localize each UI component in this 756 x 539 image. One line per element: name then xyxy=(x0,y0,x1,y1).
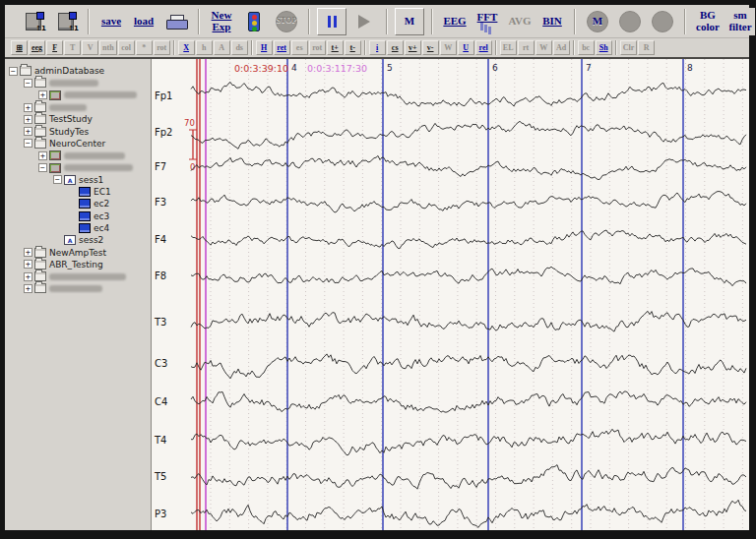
channel-label-F3: F3 xyxy=(155,197,166,208)
tool-rt-31-button[interactable]: rt xyxy=(518,40,535,55)
stop-button[interactable]: STOP xyxy=(272,8,301,35)
tool-EL-30-button[interactable]: EL xyxy=(500,40,517,55)
door-left-icon: ↑1 xyxy=(26,13,41,30)
tree-expander[interactable]: − xyxy=(38,163,47,172)
tool-h-11-button[interactable]: h xyxy=(196,40,213,55)
toolbar-secondary: ⊞eegFTVnthcol*rotXhAdsHretesrott+t-icsv+… xyxy=(5,38,749,59)
tree-expander[interactable]: + xyxy=(24,127,32,136)
tool-col-6-button[interactable]: col xyxy=(118,40,135,55)
tree-expander[interactable]: + xyxy=(24,103,32,112)
tree-expander[interactable]: + xyxy=(38,151,47,160)
tree-item-redacted[interactable]: − xyxy=(9,77,151,89)
tree-item-redacted[interactable]: + xyxy=(9,101,151,113)
tree-item-label-redacted xyxy=(49,104,87,111)
tree-item-label: sess1 xyxy=(79,175,103,185)
tool-bc-35-button[interactable]: bc xyxy=(578,40,595,55)
tree-expander[interactable]: − xyxy=(24,139,32,148)
tree-item-ec1[interactable]: +EC1 xyxy=(9,186,151,198)
bg-color-button[interactable]: BG color xyxy=(693,8,723,35)
tool-Ad-33-button[interactable]: Ad xyxy=(553,40,570,55)
tool-v-25-button[interactable]: v- xyxy=(422,40,439,55)
channel-right-button[interactable]: ↑1 xyxy=(51,8,81,35)
tool-nth-5-button[interactable]: nth xyxy=(99,40,117,55)
tree-expander[interactable]: + xyxy=(24,272,32,281)
tool-t-20-button[interactable]: t- xyxy=(345,40,361,55)
play-button[interactable] xyxy=(349,8,379,35)
tree-expander[interactable]: + xyxy=(24,248,32,257)
eeg-trace-panel[interactable]: 456780:0:3:39:100:0:3:117:30700Fp1Fp2F7F… xyxy=(152,59,749,530)
traffic-light-button[interactable] xyxy=(239,8,269,35)
tool-rel-28-button[interactable]: rel xyxy=(475,40,492,55)
tree-item-abr_testing[interactable]: +ABR_Testing xyxy=(9,259,151,270)
tool--7-button[interactable]: * xyxy=(136,40,153,55)
avg-mode-button[interactable]: AVG xyxy=(505,8,535,35)
tool-H-15-button[interactable]: H xyxy=(256,40,273,55)
tree-expander[interactable]: + xyxy=(38,90,47,99)
load-button[interactable]: load xyxy=(129,8,158,35)
marker-m-button[interactable]: M xyxy=(583,8,612,35)
tree-item-sess1[interactable]: −Asess1 xyxy=(9,174,151,186)
tool--0-button[interactable]: ⊞ xyxy=(11,40,28,55)
tree-item-admindatabase[interactable]: −adminDatabase xyxy=(9,65,151,77)
toolbar-main: ↑1↑1saveloadNew ExpSTOPMEEGFFTAVGBINMBG … xyxy=(5,5,749,38)
tool-A-12-button[interactable]: A xyxy=(214,40,230,55)
pause-button[interactable] xyxy=(317,8,346,35)
tree-expander[interactable]: − xyxy=(24,79,32,88)
tree-expander[interactable]: + xyxy=(24,284,32,293)
tree-expander[interactable]: − xyxy=(9,67,18,76)
tool-i-22-button[interactable]: i xyxy=(369,40,386,55)
tree-item-teststudy[interactable]: +TestStudy xyxy=(9,113,151,125)
tree-item-redacted[interactable]: − xyxy=(9,161,151,173)
tool-rot-18-button[interactable]: rot xyxy=(309,40,326,55)
new-exp-button[interactable]: New Exp xyxy=(207,8,236,35)
folder-icon xyxy=(34,127,46,137)
tool-Sh-36-button[interactable]: Sh xyxy=(596,40,612,55)
tree-item-ec4[interactable]: +ec4 xyxy=(9,222,151,234)
tool-eeg-1-button[interactable]: eeg xyxy=(29,40,45,55)
save-button[interactable]: save xyxy=(96,8,126,35)
tool-U-27-button[interactable]: U xyxy=(458,40,474,55)
tool-T-3-button[interactable]: T xyxy=(64,40,81,55)
tree-item-label-redacted xyxy=(64,164,133,171)
tool-W-26-button[interactable]: W xyxy=(440,40,457,55)
eeg-mode-button[interactable]: EEG xyxy=(440,8,470,35)
tree-expander[interactable]: + xyxy=(24,260,32,269)
tool-rot-8-button[interactable]: rot xyxy=(154,40,170,55)
tool-W-32-button[interactable]: W xyxy=(536,40,552,55)
traffic-light-icon xyxy=(248,12,260,31)
tree-item-redacted[interactable]: + xyxy=(9,270,151,282)
toolbar-separator xyxy=(431,9,433,34)
tree-item-studytes[interactable]: +StudyTes xyxy=(9,125,151,137)
print-button[interactable] xyxy=(161,8,191,35)
fft-mode-button[interactable]: FFT xyxy=(472,8,502,35)
tree-item-redacted[interactable]: + xyxy=(9,90,151,101)
channel-left-button[interactable]: ↑1 xyxy=(19,8,48,35)
tool-t-19-button[interactable]: t+ xyxy=(327,40,344,55)
tree-item-sess2[interactable]: +Asess2 xyxy=(9,234,151,246)
tree-expander[interactable]: + xyxy=(24,115,32,124)
tool-es-17-button[interactable]: es xyxy=(291,40,308,55)
tool-ret-16-button[interactable]: ret xyxy=(274,40,290,55)
tool-v-24-button[interactable]: v+ xyxy=(405,40,421,55)
sm-filter-button[interactable]: sm filter xyxy=(725,8,755,35)
m-button[interactable]: M xyxy=(395,8,424,35)
tree-item-ec3[interactable]: +ec3 xyxy=(9,210,151,222)
tool-X-10-button[interactable]: X xyxy=(178,40,195,55)
bin-mode-button[interactable]: BIN xyxy=(537,8,567,35)
tree-item-newamptest[interactable]: +NewAmpTest xyxy=(9,246,151,258)
tree-item-redacted[interactable]: + xyxy=(9,282,151,294)
tool-cs-23-button[interactable]: cs xyxy=(387,40,404,55)
tree-item-redacted[interactable]: + xyxy=(9,150,151,161)
tool-Clr-38-button[interactable]: Clr xyxy=(620,40,638,55)
tree-expander[interactable]: − xyxy=(53,175,62,184)
tool-R-39-button[interactable]: R xyxy=(638,40,655,55)
tool-V-4-button[interactable]: V xyxy=(82,40,98,55)
tool-F-2-button[interactable]: F xyxy=(46,40,63,55)
fft-histogram-icon xyxy=(480,23,494,30)
marker-2-button[interactable] xyxy=(615,8,645,35)
marker-3-button[interactable] xyxy=(648,8,677,35)
tree-item-ec2[interactable]: +ec2 xyxy=(9,198,151,210)
avg-mode-button-label: AVG xyxy=(508,16,531,28)
tree-item-neurocenter[interactable]: −NeuroCenter xyxy=(9,138,151,150)
tool-ds-13-button[interactable]: ds xyxy=(231,40,248,55)
